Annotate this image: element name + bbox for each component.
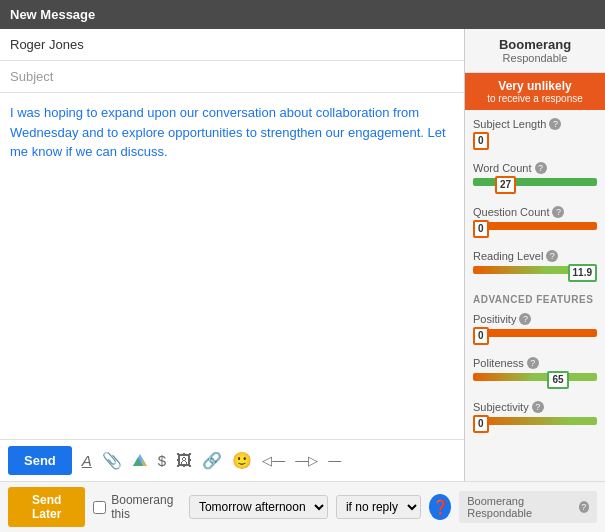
boomerang-checkbox[interactable]: [93, 501, 106, 514]
metric-word-count-label: Word Count ?: [473, 162, 597, 174]
question-count-help-icon[interactable]: ?: [552, 206, 564, 218]
metric-subjectivity: Subjectivity ? 0: [473, 401, 597, 433]
boomerang-this-label: Boomerang this: [111, 493, 181, 521]
subject-length-value: 0: [473, 132, 489, 150]
metric-subject-length: Subject Length ? 0: [473, 118, 597, 150]
boomerang-check-area: Boomerang this: [93, 493, 181, 521]
politeness-value: 65: [547, 371, 568, 389]
send-later-button[interactable]: Send Later: [8, 487, 85, 527]
dollar-icon[interactable]: $: [158, 452, 166, 469]
metric-positivity: Positivity ? 0: [473, 313, 597, 345]
subjectivity-value: 0: [473, 415, 489, 433]
subjectivity-bar: 0: [473, 417, 597, 433]
body-text: I was hoping to expand upon our conversa…: [10, 105, 446, 159]
metric-question-count-label: Question Count ?: [473, 206, 597, 218]
app-container: New Message Roger Jones Subject I was ho…: [0, 0, 605, 532]
word-count-value: 27: [495, 176, 516, 194]
reading-level-bar: 11.9: [473, 266, 597, 282]
send-button[interactable]: Send: [8, 446, 72, 475]
subject-field[interactable]: Subject: [0, 61, 464, 93]
metric-reading-level-label: Reading Level ?: [473, 250, 597, 262]
boomerang-header: Boomerang Respondable: [465, 29, 605, 73]
response-text: Very unlikely: [470, 79, 600, 93]
reply-dropdown[interactable]: if no reply: [336, 495, 421, 519]
metric-reading-level: Reading Level ? 11.9: [473, 250, 597, 282]
question-count-value: 0: [473, 220, 489, 238]
boomerang-respondable-bottom[interactable]: Boomerang Respondable ?: [459, 491, 597, 523]
positivity-bar: 0: [473, 329, 597, 345]
bottom-bar: Send Later Boomerang this Tomorrow after…: [0, 481, 605, 532]
word-count-help-icon[interactable]: ?: [535, 162, 547, 174]
title-bar: New Message: [0, 0, 605, 29]
metric-positivity-label: Positivity ?: [473, 313, 597, 325]
main-area: Roger Jones Subject I was hoping to expa…: [0, 29, 605, 481]
link-icon[interactable]: 🔗: [202, 451, 222, 470]
to-value: Roger Jones: [10, 37, 84, 52]
image-icon[interactable]: 🖼: [176, 452, 192, 470]
drive-icon[interactable]: [132, 453, 148, 469]
body-field[interactable]: I was hoping to expand upon our conversa…: [0, 93, 464, 439]
boomerang-title: Boomerang: [470, 37, 600, 52]
compose-area: Roger Jones Subject I was hoping to expa…: [0, 29, 465, 481]
subject-length-bar: 0: [473, 134, 597, 150]
positivity-help-icon[interactable]: ?: [519, 313, 531, 325]
boomerang-subtitle: Respondable: [470, 52, 600, 64]
politeness-bar: 65: [473, 373, 597, 389]
format-text-icon[interactable]: A: [82, 452, 92, 469]
bottom-help-icon[interactable]: ?: [579, 501, 589, 513]
word-count-bar: 27: [473, 178, 597, 194]
reading-level-help-icon[interactable]: ?: [546, 250, 558, 262]
metric-politeness: Politeness ? 65: [473, 357, 597, 389]
response-badge: Very unlikely to receive a response: [465, 73, 605, 110]
metric-subjectivity-label: Subjectivity ?: [473, 401, 597, 413]
politeness-help-icon[interactable]: ?: [527, 357, 539, 369]
attach-icon[interactable]: 📎: [102, 451, 122, 470]
metric-subject-length-label: Subject Length ?: [473, 118, 597, 130]
reading-level-value: 11.9: [568, 264, 597, 282]
subject-placeholder: Subject: [10, 69, 53, 84]
advanced-features-label: ADVANCED FEATURES: [473, 294, 597, 305]
indent-left-icon[interactable]: ◁—: [262, 453, 285, 468]
question-count-bar: 0: [473, 222, 597, 238]
to-field[interactable]: Roger Jones: [0, 29, 464, 61]
compose-toolbar: Send A 📎 $ 🖼 🔗 🙂 ◁— —▷ —: [0, 439, 464, 481]
metric-question-count: Question Count ? 0: [473, 206, 597, 238]
title-text: New Message: [10, 7, 95, 22]
subjectivity-help-icon[interactable]: ?: [532, 401, 544, 413]
time-dropdown[interactable]: Tomorrow afternoon: [189, 495, 328, 519]
indent-right-icon[interactable]: —▷: [295, 453, 318, 468]
metric-word-count: Word Count ? 27: [473, 162, 597, 194]
boomerang-respondable-label: Boomerang Respondable: [467, 495, 574, 519]
positivity-value: 0: [473, 327, 489, 345]
metrics-section: Subject Length ? 0 Word Count ?: [465, 110, 605, 481]
more-icon[interactable]: —: [328, 453, 341, 468]
emoji-icon[interactable]: 🙂: [232, 451, 252, 470]
right-panel: Boomerang Respondable Very unlikely to r…: [465, 29, 605, 481]
arrow-button[interactable]: ❓: [429, 494, 451, 520]
metric-politeness-label: Politeness ?: [473, 357, 597, 369]
subject-length-help-icon[interactable]: ?: [549, 118, 561, 130]
response-sub-text: to receive a response: [470, 93, 600, 104]
